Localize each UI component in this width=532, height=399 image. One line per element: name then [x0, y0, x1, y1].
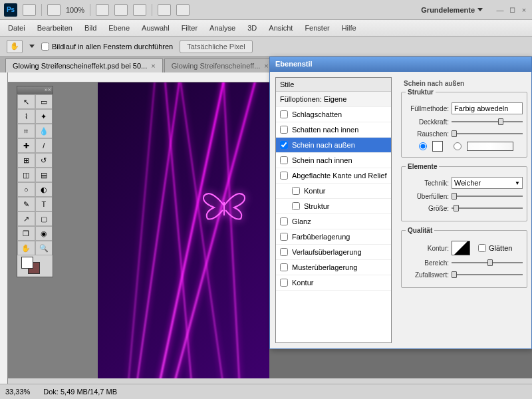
style-item[interactable]: Musterüberlagerung — [276, 260, 391, 275]
crop-tool[interactable]: ⌗ — [17, 124, 35, 138]
screen-mode-button[interactable] — [176, 4, 190, 16]
noise-slider[interactable] — [452, 129, 523, 138]
marquee-tool[interactable]: ▭ — [35, 94, 53, 109]
noise-label: Rauschen: — [406, 130, 449, 138]
color-radio[interactable] — [419, 142, 427, 150]
menu-bild[interactable]: Bild — [84, 24, 96, 32]
menu-ebene[interactable]: Ebene — [108, 24, 130, 32]
style-checkbox[interactable] — [280, 217, 288, 225]
size-slider[interactable] — [452, 203, 523, 213]
style-item[interactable]: Kontur — [276, 184, 391, 199]
workspace-switcher[interactable]: Grundelemente — [421, 6, 483, 14]
styles-list-header[interactable]: Stile — [276, 78, 391, 92]
maximize-button[interactable]: ◻ — [508, 6, 516, 14]
style-checkbox[interactable] — [280, 172, 288, 180]
jitter-slider[interactable] — [452, 270, 523, 279]
style-item[interactable]: Farbüberlagerung — [276, 229, 391, 245]
color-swatch[interactable] — [432, 141, 443, 152]
spread-slider[interactable] — [452, 192, 523, 201]
menu-auswahl[interactable]: Auswahl — [142, 24, 170, 32]
eraser-tool[interactable]: ◫ — [17, 168, 35, 182]
style-checkbox[interactable] — [280, 279, 288, 287]
bridge-button[interactable] — [23, 4, 36, 16]
style-checkbox[interactable] — [280, 126, 288, 134]
style-checkbox[interactable] — [280, 248, 288, 256]
style-checkbox[interactable] — [280, 156, 288, 164]
style-item[interactable]: Schein nach außen — [276, 138, 391, 153]
eyedropper-tool[interactable]: 💧 — [35, 124, 53, 138]
style-item[interactable]: Abgeflachte Kante und Relief — [276, 168, 391, 184]
menu-filter[interactable]: Filter — [182, 24, 198, 32]
stamp-tool[interactable]: ⊞ — [17, 153, 35, 168]
close-tab-icon[interactable]: × — [264, 62, 268, 70]
close-button[interactable]: × — [520, 6, 528, 14]
size-label: Größe: — [406, 205, 449, 212]
viewextras-button[interactable] — [47, 4, 61, 16]
tools-panel[interactable]: »× ↖▭⌇✦⌗💧✚/⊞↺◫▤○◐✎T↗▢❒◉✋🔍 — [17, 86, 53, 277]
style-item[interactable]: Schein nach innen — [276, 153, 391, 168]
blend-mode-select[interactable]: Farbig abwedeln — [452, 102, 523, 114]
minimize-button[interactable]: — — [496, 6, 504, 14]
technique-select[interactable]: Weicher▼ — [452, 177, 523, 189]
zoom-top-button[interactable] — [114, 4, 128, 16]
lasso-tool[interactable]: ⌇ — [17, 109, 35, 124]
style-checkbox[interactable] — [280, 110, 288, 118]
document-tab[interactable]: Glowing Streifenscheineff...× — [164, 59, 276, 72]
brush-tool[interactable]: / — [35, 138, 53, 153]
range-slider[interactable] — [452, 258, 523, 267]
gradient-swatch[interactable] — [467, 142, 513, 151]
style-checkbox[interactable] — [292, 187, 300, 195]
menu-analyse[interactable]: Analyse — [209, 24, 235, 32]
zoom-value[interactable]: 100% — [66, 6, 84, 14]
scroll-all-checkbox[interactable]: Bildlauf in allen Fenstern durchführen — [41, 43, 173, 51]
style-checkbox[interactable] — [280, 141, 288, 149]
wand-tool[interactable]: ✦ — [35, 109, 53, 124]
current-tool-icon[interactable]: ✋ — [7, 40, 23, 53]
opacity-slider[interactable] — [452, 117, 523, 126]
antialias-checkbox[interactable]: Glätten — [478, 244, 512, 252]
gradient-tool[interactable]: ▤ — [35, 168, 53, 182]
close-tab-icon[interactable]: × — [151, 62, 155, 70]
3dcam-tool[interactable]: ◉ — [35, 226, 53, 241]
style-item[interactable]: Glanz — [276, 214, 391, 229]
style-item[interactable]: Kontur — [276, 275, 391, 291]
document-tab[interactable]: Glowing Streifenscheineffekt.psd bei 50.… — [5, 59, 163, 72]
rotate-top-button[interactable] — [133, 4, 146, 16]
contour-picker[interactable] — [452, 241, 470, 255]
style-checkbox[interactable] — [280, 263, 288, 271]
move-tool[interactable]: ↖ — [17, 94, 35, 109]
menu-hilfe[interactable]: Hilfe — [342, 24, 356, 32]
style-item[interactable]: Verlaufsüberlagerung — [276, 245, 391, 260]
style-item[interactable]: Schlagschatten — [276, 107, 391, 122]
style-item[interactable]: Schatten nach innen — [276, 122, 391, 138]
style-checkbox[interactable] — [280, 233, 288, 241]
menu-fenster[interactable]: Fenster — [305, 24, 329, 32]
status-zoom[interactable]: 33,33% — [5, 388, 30, 396]
hand-tool[interactable]: ✋ — [17, 241, 35, 255]
style-item[interactable]: Fülloptionen: Eigene — [276, 92, 391, 107]
history-tool[interactable]: ↺ — [35, 153, 53, 168]
blur-tool[interactable]: ○ — [17, 182, 35, 197]
style-checkbox[interactable] — [292, 202, 300, 210]
type-tool[interactable]: T — [35, 197, 53, 211]
dodge-tool[interactable]: ◐ — [35, 182, 53, 197]
foreground-color[interactable] — [21, 257, 33, 269]
path-tool[interactable]: ↗ — [17, 211, 35, 226]
status-doc-size[interactable]: Dok: 5,49 MB/14,7 MB — [43, 388, 117, 396]
heal-tool[interactable]: ✚ — [17, 138, 35, 153]
shape-tool[interactable]: ▢ — [35, 211, 53, 226]
close-icon[interactable]: × — [48, 86, 51, 94]
menu-ansicht[interactable]: Ansicht — [269, 24, 293, 32]
hand-top-button[interactable] — [96, 4, 109, 16]
gradient-radio[interactable] — [454, 142, 462, 150]
style-item[interactable]: Struktur — [276, 199, 391, 214]
menu-bearbeiten[interactable]: Bearbeiten — [37, 24, 72, 32]
3d-tool[interactable]: ❒ — [17, 226, 35, 241]
contour-label: Kontur: — [406, 245, 449, 252]
menu-3d[interactable]: 3D — [247, 24, 257, 32]
menu-datei[interactable]: Datei — [8, 24, 25, 32]
zoom-tool[interactable]: 🔍 — [35, 241, 53, 255]
pen-tool[interactable]: ✎ — [17, 197, 35, 211]
arrange-button[interactable] — [158, 4, 171, 16]
actual-pixels-button[interactable]: Tatsächliche Pixel — [180, 40, 252, 53]
